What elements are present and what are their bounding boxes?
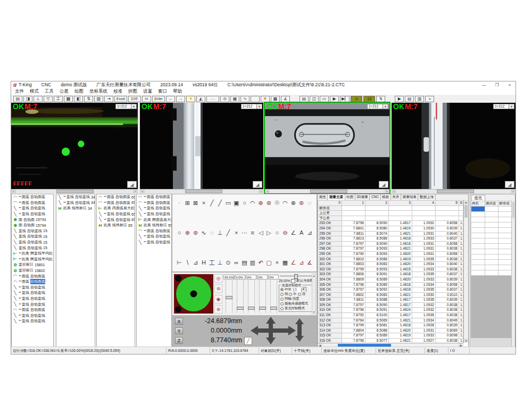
light-slider-thumb[interactable]: [270, 307, 277, 310]
camera-2-annotate-icon[interactable]: ◢: [253, 181, 262, 188]
tab-测光[interactable]: 测光: [318, 194, 328, 200]
palette-tool-icon[interactable]: ⊠: [192, 200, 200, 207]
palette-tool-icon[interactable]: ∡: [306, 259, 313, 267]
camera-3-annotate-icon[interactable]: ◢: [379, 181, 388, 188]
column-header-4[interactable]: 4: [412, 201, 436, 206]
radio-button[interactable]: [280, 298, 284, 301]
radio-button[interactable]: [280, 288, 284, 291]
tab-夹具[interactable]: 夹具: [391, 194, 401, 200]
palette-tool-icon[interactable]: ▢: [265, 259, 272, 267]
light-segment-icon-2[interactable]: ⊚: [214, 284, 222, 293]
palette-tool-icon[interactable]: ⊿: [306, 229, 313, 236]
updown-button[interactable]: ⇅: [84, 96, 93, 102]
palette-tool-icon[interactable]: ○: [273, 229, 281, 236]
send-button[interactable]: ⇨: [142, 96, 151, 102]
half-image-button[interactable]: ◧: [74, 96, 83, 102]
element-list-item[interactable]: ⊘直径标注15802: [12, 268, 53, 274]
light-slider-track[interactable]: [270, 281, 277, 312]
table-row[interactable]: 308 OK7.88118.50881.48171.09350.80391.09…: [318, 298, 463, 303]
palette-tool-icon[interactable]: ▭: [225, 200, 232, 207]
table-row[interactable]: 296 OK7.88138.50861.48181.09330.80371.09…: [318, 236, 463, 242]
detail-row[interactable]: [471, 238, 512, 244]
element-list-item[interactable]: ╲***直线自动直线34: [56, 194, 95, 200]
palette-tool-icon[interactable]: ◌: [208, 229, 215, 236]
detail-row[interactable]: [471, 212, 512, 217]
blank-button[interactable]: [251, 96, 260, 102]
palette-tool-icon[interactable]: ☉: [273, 200, 281, 207]
palette-tool-icon[interactable]: 工: [208, 259, 215, 267]
palette-tool-icon[interactable]: ∖: [184, 259, 191, 267]
palette-tool-icon[interactable]: ⊖: [281, 229, 289, 236]
palette-tool-icon[interactable]: ○: [241, 200, 248, 207]
light-slider-track[interactable]: [248, 281, 255, 312]
camera-4-scrollbar[interactable]: ‹›: [392, 189, 516, 193]
element-list-item[interactable]: ◠***圆弧自动圆弧: [12, 273, 53, 279]
chevron-down-icon[interactable]: ▼: [131, 104, 136, 109]
light-segment-icon-3[interactable]: ◉: [214, 295, 222, 303]
menu-item-1[interactable]: 模式: [30, 88, 39, 95]
palette-tool-icon[interactable]: ⊢: [176, 259, 183, 267]
chevron-down-icon[interactable]: ▼: [383, 104, 388, 109]
element-list-item[interactable]: ╲***直线自动直线: [12, 296, 53, 302]
camera-1-zoom-select[interactable]: 1=212▼: [115, 104, 137, 109]
palette-tool-icon[interactable]: ∿: [200, 229, 207, 236]
palette-tool-icon[interactable]: ▤: [241, 259, 248, 267]
element-list-item[interactable]: ⊕圆自动圆15794: [12, 223, 53, 228]
stop-button[interactable]: ■: [351, 96, 362, 102]
element-list-item[interactable]: H距离线性标注65: [97, 223, 135, 228]
palette-tool-icon[interactable]: ∞: [232, 259, 240, 267]
detail-scrollbar[interactable]: [511, 201, 515, 348]
table-row[interactable]: 294 OK7.88018.50801.48191.09300.80391.09…: [318, 226, 463, 231]
light-slider-1[interactable]: 40.0%: [223, 275, 234, 314]
light-slider-thumb[interactable]: [259, 307, 266, 310]
palette-tool-icon[interactable]: ∠: [289, 259, 297, 267]
element-list-item[interactable]: ╲直线自动直线15: [12, 240, 53, 245]
detail-row[interactable]: [471, 265, 512, 270]
element-list-item[interactable]: ◠***圆弧自动圆弧: [12, 200, 53, 206]
element-list-item[interactable]: ╲***直线自动直线55: [137, 211, 171, 217]
camera-1-annotate-icon[interactable]: ◢: [127, 181, 137, 188]
chevron-down-icon[interactable]: ▼: [509, 104, 514, 109]
element-list-item[interactable]: ╲***直线自动直线: [12, 285, 53, 291]
camera-3-zoom-select[interactable]: 1=212▼: [367, 104, 388, 109]
table-row[interactable]: 307 OK7.88028.50831.48211.09300.81101.09…: [318, 292, 463, 298]
table-row[interactable]: 314 OK7.88048.50881.48201.09310.80691.09…: [318, 328, 463, 333]
palette-tool-icon[interactable]: ⊕: [257, 200, 264, 207]
camera-4-annotate-icon[interactable]: ◢: [505, 181, 514, 188]
light-slider-3[interactable]: 0%: [246, 275, 256, 314]
light-slider-track[interactable]: [237, 281, 244, 312]
palette-tool-icon[interactable]: ◠: [249, 200, 256, 207]
play-button[interactable]: ▶: [330, 96, 339, 102]
element-list-item[interactable]: ╲直线自动直线15: [12, 245, 53, 251]
play-to-end-button[interactable]: ▶▏: [340, 96, 350, 102]
palette-tool-icon[interactable]: ·: [176, 200, 183, 207]
table-row[interactable]: 309 OK7.87978.50901.48171.09320.80381.09…: [318, 302, 463, 308]
close-tool-button[interactable]: ×: [425, 96, 434, 102]
element-list-item[interactable]: ╲直线自动直线15: [12, 234, 53, 240]
menu-item-2[interactable]: 工具: [45, 88, 54, 95]
gray-image-button[interactable]: ▩: [64, 96, 73, 102]
curve-button[interactable]: ∿: [240, 96, 250, 102]
element-list-item[interactable]: ⊢***距离两直线平均距: [12, 257, 53, 262]
menu-item-9[interactable]: 窗口: [158, 88, 167, 95]
palette-tool-icon[interactable]: ≡: [249, 229, 256, 236]
table-row[interactable]: 306 OK7.87978.50921.48181.09350.80371.09…: [318, 287, 463, 293]
diagonal-jog-button[interactable]: ╱: [244, 337, 252, 345]
light-slider-2[interactable]: 0.0%: [235, 275, 245, 314]
element-list-item[interactable]: ╲***直线自动直线65: [97, 217, 135, 223]
table-row[interactable]: 305 OK7.87968.50891.48181.09340.80581.09…: [318, 282, 463, 287]
element-list-item[interactable]: ⊢***距离两直线平均距: [12, 251, 53, 257]
element-list-item[interactable]: ◠***圆弧自动圆弧55: [137, 200, 171, 206]
folder-button[interactable]: ▭: [320, 96, 329, 102]
camera-view-1[interactable]: OKM:7 1=212▼ FFFFF ◢ ‹›: [11, 103, 138, 193]
palette-tool-icon[interactable]: ×: [273, 259, 281, 267]
pause-button[interactable]: ▮▮: [363, 96, 375, 102]
camera-4-zoom-select[interactable]: 1=212▼: [493, 104, 514, 109]
element-list-item[interactable]: ╲***直线自动直线55: [137, 234, 171, 240]
light-bulb-button[interactable]: ☀: [186, 96, 195, 102]
minimize-button[interactable]: —: [480, 83, 488, 87]
next-button[interactable]: →: [176, 96, 185, 102]
camera-view-4[interactable]: OKM:7 1=212▼ ◢ ‹›: [392, 103, 516, 193]
palette-tool-icon[interactable]: ◠: [281, 200, 289, 207]
palette-tool-icon[interactable]: ∠: [289, 229, 297, 236]
